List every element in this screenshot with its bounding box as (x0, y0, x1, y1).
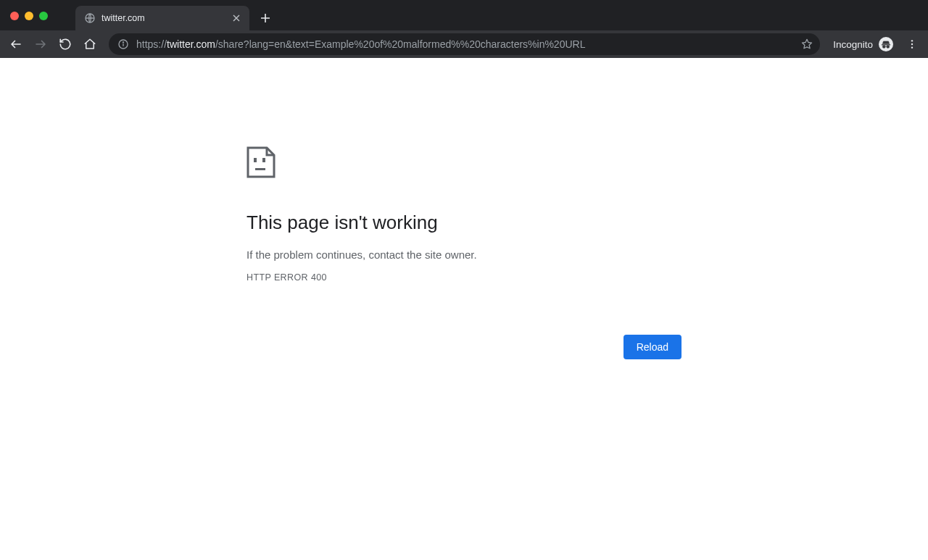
url-host: twitter.com (167, 38, 215, 50)
browser-title-bar: twitter.com (0, 0, 928, 30)
error-message: If the problem continues, contact the si… (246, 248, 682, 261)
error-container: This page isn't working If the problem c… (246, 146, 682, 283)
window-maximize-button[interactable] (39, 12, 48, 20)
site-info-icon[interactable] (117, 38, 129, 50)
url-path: /share?lang=en&text=Example%20of%20malfo… (215, 38, 586, 50)
new-tab-button[interactable] (255, 8, 276, 28)
browser-tab[interactable]: twitter.com (75, 6, 249, 30)
globe-icon (84, 12, 96, 24)
tab-title: twitter.com (102, 13, 225, 23)
page-content: This page isn't working If the problem c… (0, 58, 928, 560)
bookmark-star-icon[interactable] (801, 38, 813, 50)
svg-point-8 (911, 46, 913, 48)
svg-point-7 (911, 43, 913, 45)
svg-point-6 (911, 40, 913, 41)
error-title: This page isn't working (246, 212, 682, 234)
reload-toolbar-button[interactable] (55, 34, 75, 54)
svg-rect-11 (255, 168, 265, 170)
svg-rect-9 (254, 158, 257, 162)
menu-button[interactable] (902, 34, 922, 54)
window-minimize-button[interactable] (25, 12, 33, 20)
close-tab-icon[interactable] (231, 12, 242, 24)
incognito-label: Incognito (833, 39, 873, 50)
window-controls (0, 6, 48, 20)
forward-button[interactable] (30, 34, 51, 54)
incognito-icon (879, 37, 893, 51)
window-close-button[interactable] (10, 12, 19, 20)
sad-page-icon (246, 146, 682, 181)
svg-point-3 (123, 42, 123, 43)
tab-strip: twitter.com (75, 6, 276, 30)
reload-button[interactable]: Reload (624, 335, 682, 359)
url-text: https://twitter.com/share?lang=en&text=E… (136, 38, 794, 50)
error-code: HTTP ERROR 400 (246, 272, 682, 283)
address-bar[interactable]: https://twitter.com/share?lang=en&text=E… (109, 33, 820, 55)
browser-toolbar: https://twitter.com/share?lang=en&text=E… (0, 30, 928, 58)
back-button[interactable] (6, 34, 26, 54)
incognito-indicator[interactable]: Incognito (829, 37, 898, 51)
home-button[interactable] (80, 34, 100, 54)
svg-rect-10 (262, 158, 265, 162)
url-protocol: https:// (136, 38, 167, 50)
